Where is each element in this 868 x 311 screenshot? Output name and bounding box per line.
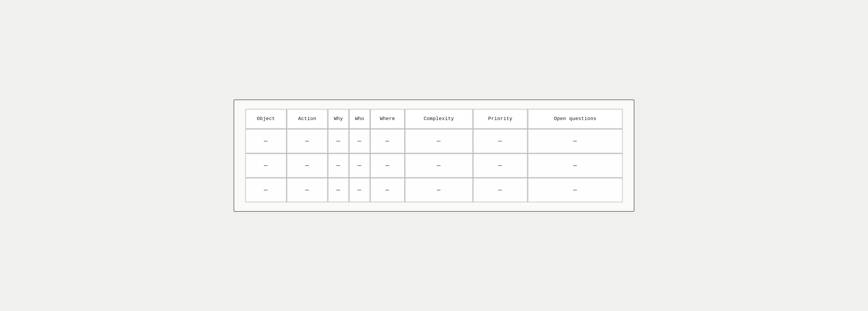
- row1-complexity[interactable]: —: [405, 129, 473, 153]
- row1-why[interactable]: —: [328, 129, 349, 153]
- col-header-priority: Priority: [473, 109, 528, 129]
- col-header-complexity: Complexity: [405, 109, 473, 129]
- row1-open-questions[interactable]: —: [528, 129, 623, 153]
- row1-priority[interactable]: —: [473, 129, 528, 153]
- main-table: Object Action Why Who: [245, 109, 623, 202]
- row3-object[interactable]: —: [245, 178, 287, 202]
- row2-open-questions[interactable]: —: [528, 153, 623, 178]
- row2-priority[interactable]: —: [473, 153, 528, 178]
- header-row: Object Action Why Who: [245, 109, 623, 129]
- row3-open-questions[interactable]: —: [528, 178, 623, 202]
- row3-who[interactable]: —: [349, 178, 370, 202]
- row3-priority[interactable]: —: [473, 178, 528, 202]
- table-row[interactable]: — — — —: [245, 153, 623, 178]
- row2-why[interactable]: —: [328, 153, 349, 178]
- row1-object[interactable]: —: [245, 129, 287, 153]
- col-header-where: Where: [370, 109, 405, 129]
- row2-object[interactable]: —: [245, 153, 287, 178]
- col-header-why: Why: [328, 109, 349, 129]
- row1-action[interactable]: —: [287, 129, 328, 153]
- col-header-object: Object: [245, 109, 287, 129]
- col-header-action: Action: [287, 109, 328, 129]
- table-row[interactable]: — — — —: [245, 178, 623, 202]
- col-header-open-questions: Open questions: [528, 109, 623, 129]
- row2-where[interactable]: —: [370, 153, 405, 178]
- row1-who[interactable]: —: [349, 129, 370, 153]
- page-wrapper: Object Action Why Who: [234, 100, 634, 212]
- row2-who[interactable]: —: [349, 153, 370, 178]
- row3-where[interactable]: —: [370, 178, 405, 202]
- col-header-who: Who: [349, 109, 370, 129]
- row3-action[interactable]: —: [287, 178, 328, 202]
- row3-why[interactable]: —: [328, 178, 349, 202]
- row2-complexity[interactable]: —: [405, 153, 473, 178]
- row2-action[interactable]: —: [287, 153, 328, 178]
- row1-where[interactable]: —: [370, 129, 405, 153]
- row3-complexity[interactable]: —: [405, 178, 473, 202]
- table-row[interactable]: — — — —: [245, 129, 623, 153]
